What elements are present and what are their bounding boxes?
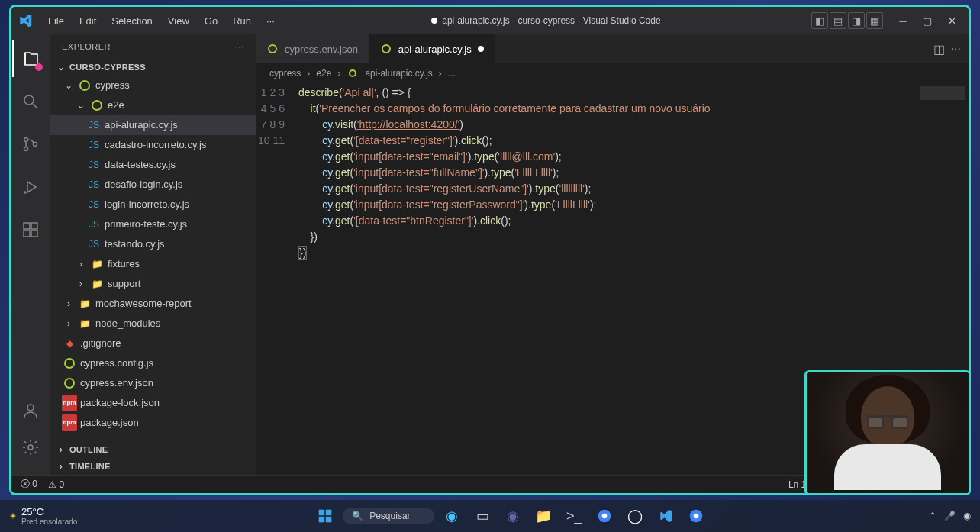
- copilot-icon[interactable]: ◉: [439, 503, 465, 529]
- cypress-file-icon: [380, 43, 392, 55]
- folder-icon: 📁: [79, 318, 91, 330]
- folder-fixtures[interactable]: ›📁fixtures: [50, 254, 256, 274]
- layout-panel-right-icon[interactable]: ◨: [848, 12, 865, 29]
- menu-more[interactable]: ···: [260, 12, 281, 30]
- chrome-icon-2[interactable]: [683, 503, 709, 529]
- menu-selection[interactable]: Selection: [105, 12, 158, 30]
- menu-bar: File Edit Selection View Go Run ···: [42, 12, 281, 30]
- tab-api-alurapic[interactable]: api-alurapic.cy.js: [369, 34, 495, 63]
- errors-count[interactable]: ⓧ 0: [21, 478, 37, 491]
- explorer-icon[interactable]: [12, 40, 49, 77]
- svg-point-0: [24, 95, 34, 105]
- file-cadastro[interactable]: JScadastro-incorreto.cy.js: [50, 135, 256, 155]
- settings-icon[interactable]: [12, 429, 49, 466]
- svg-point-4: [24, 192, 26, 193]
- vscode-app-icon[interactable]: [653, 503, 679, 529]
- folder-support[interactable]: ›📁support: [50, 274, 256, 294]
- debug-icon[interactable]: [12, 169, 49, 205]
- cypress-file-icon: [266, 43, 279, 55]
- teams-icon[interactable]: ◉: [500, 503, 526, 529]
- folder-cypress[interactable]: ⌄cypress: [50, 76, 256, 95]
- menu-run[interactable]: Run: [227, 12, 257, 30]
- tray-icon[interactable]: ◉: [963, 511, 971, 521]
- menu-edit[interactable]: Edit: [73, 12, 102, 30]
- start-button[interactable]: [312, 503, 338, 529]
- cypress-file-icon: [63, 357, 76, 369]
- file-data-testes[interactable]: JSdata-testes.cy.js: [50, 155, 256, 175]
- explorer-header: EXPLORER ···: [50, 34, 256, 59]
- svg-rect-12: [326, 510, 332, 516]
- search-icon: 🔍: [352, 511, 363, 521]
- split-editor-icon[interactable]: ◫: [933, 42, 945, 56]
- close-button[interactable]: ✕: [941, 10, 962, 31]
- folder-mochawesome[interactable]: ›📁mochawesome-report: [50, 294, 256, 314]
- chevron-right-icon: ›: [76, 279, 86, 289]
- more-icon[interactable]: ···: [235, 42, 243, 51]
- tray-mic-icon[interactable]: 🎤: [944, 511, 956, 521]
- menu-go[interactable]: Go: [198, 12, 224, 30]
- file-cypress-config[interactable]: cypress.config.js: [50, 353, 256, 373]
- chevron-right-icon: ›: [56, 444, 66, 455]
- chevron-right-icon: ›: [76, 259, 86, 269]
- outline-section[interactable]: ›OUTLINE: [50, 441, 256, 458]
- file-cypress-env[interactable]: cypress.env.json: [50, 373, 256, 393]
- task-view-icon[interactable]: ▭: [469, 503, 495, 529]
- file-testando[interactable]: JStestando.cy.js: [50, 234, 256, 254]
- minimize-button[interactable]: ─: [892, 10, 914, 31]
- account-icon[interactable]: [12, 392, 49, 429]
- cypress-folder-icon: [91, 99, 103, 111]
- obs-icon[interactable]: ◯: [622, 503, 648, 529]
- layout-custom-icon[interactable]: ▦: [866, 12, 883, 29]
- menu-view[interactable]: View: [162, 12, 195, 30]
- js-file-icon: JS: [88, 139, 100, 151]
- layout-panel-bottom-icon[interactable]: ▤: [830, 12, 846, 29]
- svg-rect-13: [319, 517, 325, 523]
- menu-file[interactable]: File: [42, 12, 70, 30]
- explorer-app-icon[interactable]: 📁: [530, 503, 556, 529]
- maximize-button[interactable]: ▢: [917, 10, 938, 31]
- project-header[interactable]: ⌄ CURSO-CYPRESS: [50, 59, 256, 76]
- chevron-down-icon: ⌄: [56, 62, 66, 73]
- file-package-lock[interactable]: npmpackage-lock.json: [50, 393, 256, 413]
- title-bar: File Edit Selection View Go Run ··· api-…: [11, 7, 969, 34]
- tray-chevron-icon[interactable]: ⌃: [929, 511, 936, 521]
- file-desafio[interactable]: JSdesafio-login.cy.js: [50, 175, 256, 195]
- tab-cypress-env[interactable]: cypress.env.json: [256, 34, 369, 63]
- taskbar-search[interactable]: 🔍Pesquisar: [343, 508, 434, 524]
- source-control-icon[interactable]: [12, 126, 49, 163]
- search-icon[interactable]: [12, 83, 49, 120]
- chevron-down-icon: ⌄: [63, 80, 74, 91]
- layout-panel-left-icon[interactable]: ◧: [811, 12, 828, 29]
- taskbar: ☀ 25°CPred ensolarado 🔍Pesquisar ◉ ▭ ◉ 📁…: [0, 500, 980, 532]
- badge-icon: [35, 63, 43, 71]
- svg-point-1: [24, 138, 28, 142]
- svg-point-18: [694, 514, 699, 519]
- warnings-count[interactable]: ⚠ 0: [48, 479, 64, 490]
- svg-rect-7: [24, 231, 30, 237]
- folder-node-modules[interactable]: ›📁node_modules: [50, 314, 256, 334]
- extensions-icon[interactable]: [12, 211, 49, 248]
- svg-point-9: [27, 405, 34, 411]
- svg-point-10: [28, 445, 33, 450]
- npm-icon: npm: [63, 417, 76, 429]
- activity-bar: [11, 34, 50, 475]
- file-login-incorreto[interactable]: JSlogin-incorreto.cy.js: [50, 195, 256, 214]
- file-gitignore[interactable]: ◆.gitignore: [50, 334, 256, 353]
- js-file-icon: JS: [88, 218, 100, 231]
- breadcrumb[interactable]: cypress› e2e› api-alurapic.cy.js› ...: [256, 63, 969, 83]
- terminal-icon[interactable]: >_: [561, 503, 587, 529]
- cypress-file-icon: [347, 67, 359, 79]
- chevron-down-icon: ⌄: [76, 100, 86, 111]
- file-api-alurapic[interactable]: JSapi-alurapic.cy.js: [50, 115, 256, 135]
- svg-rect-14: [326, 517, 332, 523]
- chevron-right-icon: ›: [56, 461, 66, 472]
- file-package[interactable]: npmpackage.json: [50, 413, 256, 433]
- folder-e2e[interactable]: ⌄e2e: [50, 95, 256, 115]
- git-icon: ◆: [63, 337, 76, 350]
- chrome-icon[interactable]: [592, 503, 617, 529]
- svg-rect-6: [31, 223, 37, 229]
- more-actions-icon[interactable]: ···: [951, 42, 961, 56]
- file-primeiro[interactable]: JSprimeiro-teste.cy.js: [50, 214, 256, 234]
- timeline-section[interactable]: ›TIMELINE: [50, 458, 256, 475]
- weather-widget[interactable]: ☀ 25°CPred ensolarado: [9, 506, 77, 526]
